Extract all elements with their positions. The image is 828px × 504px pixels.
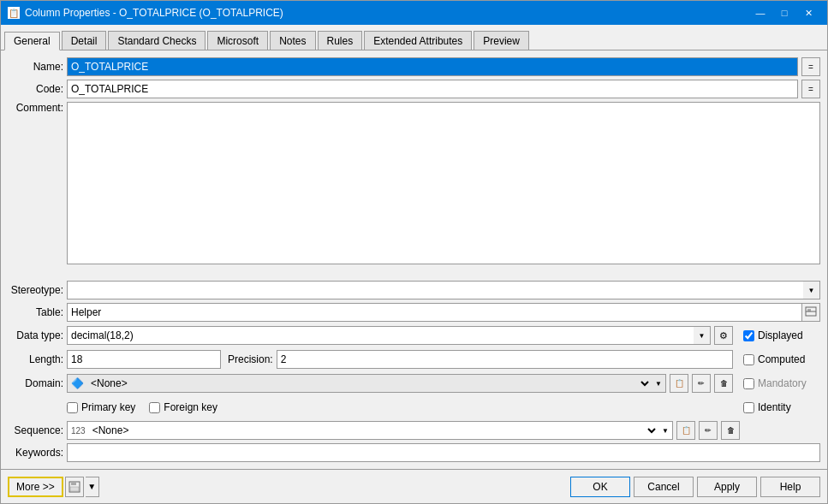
length-row: Length: Precision: Computed bbox=[8, 349, 820, 370]
domain-btn2[interactable]: ✏ bbox=[692, 374, 711, 393]
tab-standard-checks[interactable]: Standard Checks bbox=[108, 31, 206, 50]
comment-area: Comment: bbox=[8, 102, 820, 277]
name-label: Name: bbox=[8, 61, 63, 73]
domain-combo: 🔷 <None> ▼ bbox=[67, 374, 666, 393]
name-ellipsis-button[interactable]: = bbox=[801, 57, 820, 76]
primary-key-checkbox[interactable] bbox=[67, 402, 78, 413]
sequence-btn2[interactable]: ✏ bbox=[699, 421, 718, 440]
window-title: Column Properties - O_TOTALPRICE (O_TOTA… bbox=[25, 7, 283, 19]
displayed-label: Displayed bbox=[758, 329, 803, 341]
stereotype-combo[interactable]: ▼ bbox=[67, 281, 820, 299]
primary-key-row: Primary key bbox=[67, 401, 135, 413]
table-browse-button[interactable] bbox=[801, 303, 820, 322]
title-controls: — □ ✕ bbox=[748, 4, 820, 21]
stereotype-row: Stereotype: ▼ bbox=[8, 281, 820, 299]
sequence-icon: 123 bbox=[71, 426, 86, 436]
save-button[interactable] bbox=[65, 477, 84, 497]
stereotype-select[interactable] bbox=[67, 281, 820, 299]
mandatory-label: Mandatory bbox=[758, 377, 807, 389]
sequence-dropdown-arrow: ▼ bbox=[662, 427, 669, 435]
name-row: Name: = bbox=[8, 57, 820, 76]
identity-row: Identity bbox=[743, 397, 820, 418]
mandatory-row: Mandatory bbox=[743, 373, 820, 394]
domain-btn3[interactable]: 🗑 bbox=[714, 374, 733, 393]
svg-rect-4 bbox=[71, 482, 76, 485]
tab-preview[interactable]: Preview bbox=[474, 31, 529, 50]
computed-label: Computed bbox=[758, 353, 805, 365]
foreign-key-checkbox[interactable] bbox=[149, 402, 160, 413]
comment-label: Comment: bbox=[8, 102, 63, 114]
save-arrow-button[interactable]: ▼ bbox=[86, 477, 99, 497]
table-label: Table: bbox=[8, 306, 63, 318]
code-input[interactable] bbox=[67, 80, 798, 98]
stereotype-label: Stereotype: bbox=[8, 284, 63, 296]
mandatory-checkbox[interactable] bbox=[743, 378, 754, 389]
main-window: 📋 Column Properties - O_TOTALPRICE (O_TO… bbox=[0, 0, 828, 504]
tab-microsoft[interactable]: Microsoft bbox=[207, 31, 268, 50]
displayed-checkbox[interactable] bbox=[743, 330, 754, 341]
right-checkboxes-3: Mandatory bbox=[743, 373, 820, 394]
maximize-button[interactable]: □ bbox=[772, 4, 796, 21]
minimize-button[interactable]: — bbox=[748, 4, 772, 21]
sequence-btn3[interactable]: 🗑 bbox=[721, 421, 740, 440]
sequence-select[interactable]: <None> bbox=[89, 424, 658, 437]
apply-button[interactable]: Apply bbox=[697, 477, 757, 497]
sequence-label: Sequence: bbox=[8, 424, 63, 436]
precision-input[interactable] bbox=[277, 350, 733, 369]
table-input-wrapper bbox=[67, 303, 820, 322]
svg-rect-5 bbox=[70, 487, 79, 491]
displayed-row: Displayed bbox=[743, 325, 820, 346]
data-type-select[interactable]: decimal(18,2) bbox=[67, 326, 711, 345]
name-input[interactable] bbox=[67, 57, 798, 76]
right-checkboxes: Displayed bbox=[743, 325, 820, 346]
computed-row: Computed bbox=[743, 349, 820, 370]
more-button[interactable]: More >> bbox=[8, 477, 63, 497]
help-button[interactable]: Help bbox=[760, 477, 820, 497]
bottom-bar: More >> ▼ OK Cancel Apply Help bbox=[1, 469, 827, 503]
tab-detail[interactable]: Detail bbox=[62, 31, 107, 50]
keywords-input[interactable] bbox=[67, 443, 820, 462]
browse-icon bbox=[805, 306, 817, 318]
tab-notes[interactable]: Notes bbox=[270, 31, 315, 50]
close-button[interactable]: ✕ bbox=[796, 4, 820, 21]
right-checkboxes-4: Identity bbox=[743, 397, 820, 418]
keywords-label: Keywords: bbox=[8, 447, 63, 459]
save-icon bbox=[69, 481, 80, 493]
domain-row: Domain: 🔷 <None> ▼ 📋 ✏ 🗑 Mandatory bbox=[8, 373, 820, 394]
data-type-btn1[interactable]: ⚙ bbox=[714, 326, 733, 345]
identity-checkbox[interactable] bbox=[743, 402, 754, 413]
length-input[interactable] bbox=[67, 350, 221, 369]
tab-rules[interactable]: Rules bbox=[318, 31, 363, 50]
cancel-button[interactable]: Cancel bbox=[634, 477, 694, 497]
data-type-combo-wrapper: decimal(18,2) ▼ bbox=[67, 326, 711, 345]
tab-bar: General Detail Standard Checks Microsoft… bbox=[1, 25, 827, 50]
computed-checkbox[interactable] bbox=[743, 354, 754, 365]
primary-key-label: Primary key bbox=[81, 401, 135, 413]
code-label: Code: bbox=[8, 83, 63, 95]
length-label: Length: bbox=[8, 353, 63, 365]
table-input[interactable] bbox=[67, 303, 801, 322]
domain-btn1[interactable]: 📋 bbox=[670, 374, 688, 393]
sequence-btn1[interactable]: 📋 bbox=[676, 421, 695, 440]
pk-fk-row: Primary key Foreign key Identity bbox=[8, 397, 820, 418]
domain-select[interactable]: <None> bbox=[87, 377, 652, 390]
comment-textarea[interactable] bbox=[67, 102, 820, 264]
bottom-left: More >> ▼ bbox=[8, 477, 99, 497]
precision-label: Precision: bbox=[228, 353, 273, 365]
identity-label: Identity bbox=[758, 401, 791, 413]
keywords-row: Keywords: bbox=[8, 443, 820, 462]
code-row: Code: = bbox=[8, 80, 820, 98]
sequence-row: Sequence: 123 <None> ▼ 📋 ✏ 🗑 bbox=[8, 421, 820, 440]
data-type-label: Data type: bbox=[8, 329, 63, 341]
title-bar-left: 📋 Column Properties - O_TOTALPRICE (O_TO… bbox=[8, 7, 283, 19]
tab-general[interactable]: General bbox=[4, 32, 60, 50]
title-bar: 📋 Column Properties - O_TOTALPRICE (O_TO… bbox=[1, 1, 827, 25]
content-area: Name: = Code: = Comment: Stereotype: ▼ bbox=[1, 50, 827, 469]
domain-dropdown-arrow: ▼ bbox=[655, 380, 662, 388]
domain-icon: 🔷 bbox=[71, 377, 84, 389]
code-ellipsis-button[interactable]: = bbox=[801, 80, 820, 98]
ok-button[interactable]: OK bbox=[570, 477, 630, 497]
sequence-combo: 123 <None> ▼ bbox=[67, 421, 673, 440]
window-icon: 📋 bbox=[8, 7, 20, 19]
tab-extended-attributes[interactable]: Extended Attributes bbox=[364, 31, 472, 50]
